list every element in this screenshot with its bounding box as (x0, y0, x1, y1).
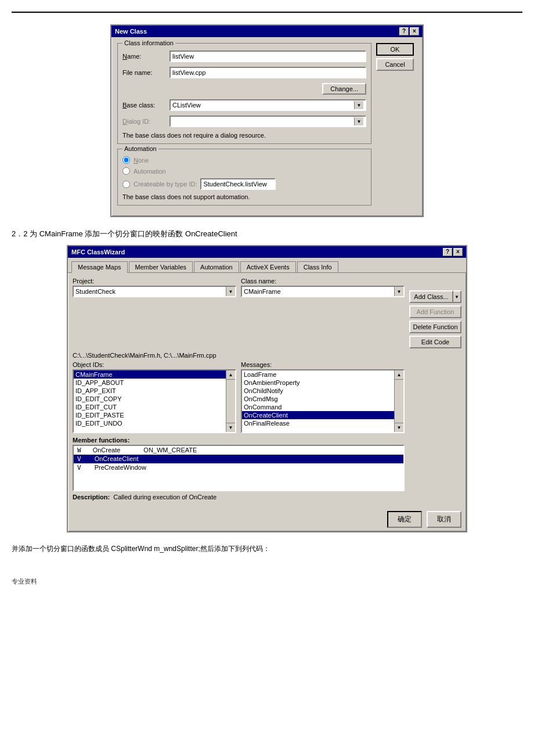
add-class-arrow[interactable]: ▼ (453, 290, 461, 303)
class-info-label: Class information (122, 39, 175, 46)
classname-label: Class name: (241, 278, 405, 285)
objectids-messages-row: Object IDs: CMainFrame ID_APP_ABOUT ID_A… (73, 361, 461, 433)
section-heading: 2．2 为 CMainFrame 添加一个切分窗口的映射函数 OnCreateC… (12, 229, 522, 239)
radio-createable-row: Createable by type ID: (122, 178, 366, 190)
classname-arrow[interactable]: ▼ (394, 287, 403, 296)
list-item[interactable]: OnChildNotify (242, 387, 394, 395)
description-row: Description: Called during execution of … (73, 494, 461, 501)
mfc-close-button[interactable]: × (453, 248, 463, 256)
radio-automation-row: Automation (122, 167, 366, 175)
list-item[interactable]: OnCommand (242, 403, 394, 411)
scroll-up[interactable]: ▲ (395, 370, 403, 380)
list-item[interactable]: OnFinalRelease (242, 419, 394, 427)
baseclass-arrow[interactable]: ▼ (354, 101, 363, 109)
list-item[interactable]: ID_APP_EXIT (74, 387, 226, 395)
scroll-up[interactable]: ▲ (226, 370, 235, 380)
project-label: Project: (73, 278, 236, 285)
file-path: C:\...\StudentCheck\MainFrm.h, C:\...\Ma… (73, 352, 461, 359)
tab-automation[interactable]: Automation (194, 261, 239, 272)
list-item[interactable]: OnCmdMsg (242, 395, 394, 403)
right-spacer (409, 361, 461, 433)
classname-value: CMainFrame (244, 288, 281, 295)
list-item[interactable]: ID_EDIT_COPY (74, 395, 226, 403)
radio-none[interactable] (122, 156, 130, 164)
mfc-classwizard-dialog: MFC ClassWizard ? × Message Maps Member … (67, 245, 467, 532)
tab-class-info[interactable]: Class Info (297, 261, 338, 272)
close-button[interactable]: × (410, 27, 419, 35)
scroll-track (395, 380, 403, 423)
dialogid-row: Dialog ID: ▼ (122, 116, 366, 127)
help-button[interactable]: ? (399, 27, 409, 35)
list-item[interactable]: OnCreateClient (242, 411, 394, 419)
baseclass-select[interactable]: CListView ▼ (169, 99, 366, 111)
member-name: OnCreate (93, 447, 121, 454)
name-row: Name: (122, 51, 366, 62)
filename-label: File name: (122, 69, 166, 76)
change-button[interactable]: Change... (322, 83, 366, 95)
radio-createable[interactable] (122, 181, 130, 188)
add-function-button[interactable]: Add Function (409, 305, 461, 318)
member-right-spacer (409, 445, 461, 491)
dialogid-label: Dialog ID: (122, 118, 166, 125)
new-class-title: New Class (115, 28, 147, 35)
name-label: Name: (122, 53, 166, 60)
list-item[interactable]: ID_EDIT_PASTE (74, 411, 226, 419)
name-input[interactable] (169, 51, 366, 62)
mfc-titlebar-buttons: ? × (443, 248, 463, 256)
member-functions-list[interactable]: W OnCreate ON_WM_CREATE V OnCreateClient… (73, 445, 405, 491)
info-text-2: The base class does not support automati… (122, 193, 366, 200)
list-item[interactable]: ID_APP_ABOUT (74, 379, 226, 387)
list-item[interactable]: LoadFrame (242, 370, 394, 379)
messages-list-inner: LoadFrame OnAmbientProperty OnChildNotif… (242, 370, 403, 432)
mfc-cancel-button[interactable]: 取消 (427, 511, 461, 528)
mfc-footer: 确定 取消 (68, 507, 466, 531)
new-class-titlebar: New Class ? × (111, 26, 423, 37)
tab-bar: Message Maps Member Variables Automation… (68, 258, 466, 272)
classname-select[interactable]: CMainFrame ▼ (241, 286, 405, 297)
member-item[interactable]: W OnCreate ON_WM_CREATE (74, 446, 403, 455)
member-functions-label: Member functions: (73, 437, 461, 444)
objectids-col: Object IDs: CMainFrame ID_APP_ABOUT ID_A… (73, 361, 236, 433)
member-item[interactable]: V OnCreateClient (74, 455, 403, 463)
tab-content: Project: StudentCheck ▼ Class name: CMai… (68, 272, 466, 507)
tab-member-variables[interactable]: Member Variables (129, 261, 193, 272)
radio-none-label: None (134, 157, 149, 164)
scroll-down[interactable]: ▼ (226, 423, 235, 432)
scroll-track (226, 380, 235, 423)
member-item[interactable]: V PreCreateWindow (74, 463, 403, 472)
info-text-1: The base class does not require a dialog… (122, 132, 366, 139)
list-item[interactable]: OnAmbientProperty (242, 379, 394, 387)
tab-activex-events[interactable]: ActiveX Events (240, 261, 296, 272)
edit-code-button[interactable]: Edit Code (409, 336, 461, 348)
member-message: ON_WM_CREATE (143, 447, 197, 454)
automation-label: Automation (122, 145, 158, 152)
ok-button[interactable]: OK (376, 43, 414, 56)
add-class-button[interactable]: Add Class... (409, 290, 453, 303)
project-select[interactable]: StudentCheck ▼ (73, 286, 236, 297)
list-item[interactable]: ID_EDIT_CUT (74, 403, 226, 411)
tab-message-maps[interactable]: Message Maps (71, 261, 128, 273)
messages-list[interactable]: LoadFrame OnAmbientProperty OnChildNotif… (241, 369, 405, 433)
member-name: PreCreateWindow (95, 464, 146, 471)
list-item[interactable]: CMainFrame (74, 370, 226, 379)
dialog-main: Class information Name: File name: Chang… (117, 43, 371, 210)
mfc-help-button[interactable]: ? (443, 248, 452, 256)
baseclass-label: Base class: (122, 102, 166, 109)
objectids-list[interactable]: CMainFrame ID_APP_ABOUT ID_APP_EXIT ID_E… (73, 369, 236, 433)
messages-scrollbar[interactable]: ▲ ▼ (394, 370, 403, 432)
project-arrow[interactable]: ▼ (226, 287, 235, 296)
top-divider (12, 12, 522, 13)
delete-function-button[interactable]: Delete Function (409, 321, 461, 333)
project-col: Project: StudentCheck ▼ (73, 278, 236, 348)
member-functions-row: W OnCreate ON_WM_CREATE V OnCreateClient… (73, 445, 461, 491)
cancel-button[interactable]: Cancel (376, 58, 414, 71)
objectids-scrollbar[interactable]: ▲ ▼ (226, 370, 235, 432)
confirm-button[interactable]: 确定 (387, 511, 422, 528)
scroll-down[interactable]: ▼ (395, 423, 403, 432)
project-classname-row: Project: StudentCheck ▼ Class name: CMai… (73, 278, 461, 348)
radio-automation[interactable] (122, 167, 130, 175)
filename-input[interactable] (169, 67, 366, 78)
createable-input[interactable] (200, 178, 276, 190)
classname-col: Class name: CMainFrame ▼ (241, 278, 405, 348)
list-item[interactable]: ID_EDIT_UNDO (74, 419, 226, 427)
